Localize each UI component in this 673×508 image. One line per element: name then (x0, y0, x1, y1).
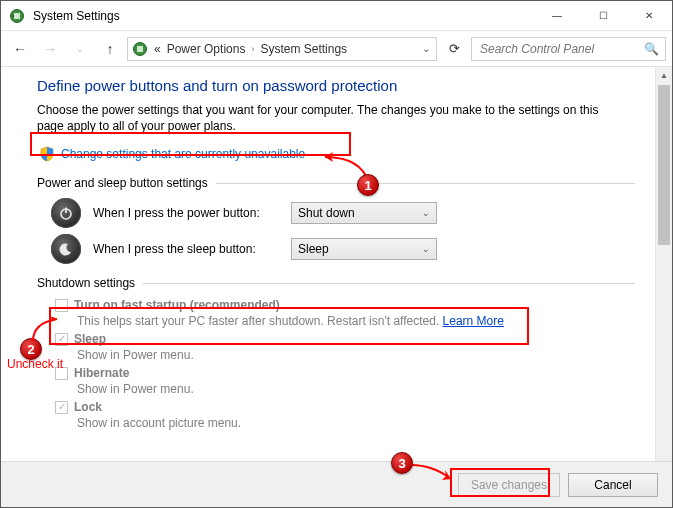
fast-startup-checkbox[interactable] (55, 299, 68, 312)
fast-startup-desc: This helps start your PC faster after sh… (77, 314, 443, 328)
address-bar[interactable]: « Power Options › System Settings ⌄ (127, 37, 437, 61)
shield-icon (39, 146, 55, 162)
sleep-button-label: When I press the sleep button: (93, 242, 279, 256)
hibernate-desc: Show in Power menu. (77, 382, 635, 396)
up-button[interactable]: ↑ (97, 36, 123, 62)
sleep-desc: Show in Power menu. (77, 348, 635, 362)
lock-item: ✓ Lock Show in account picture menu. (55, 400, 635, 430)
nav-row: ← → ⌄ ↑ « Power Options › System Setting… (1, 31, 672, 67)
fast-startup-label: Turn on fast startup (recommended) (74, 298, 280, 312)
fast-startup-item: Turn on fast startup (recommended) This … (55, 298, 635, 328)
back-button[interactable]: ← (7, 36, 33, 62)
refresh-button[interactable]: ⟳ (441, 37, 467, 61)
change-settings-link-row: Change settings that are currently unava… (37, 144, 307, 164)
content-area: Define power buttons and turn on passwor… (1, 67, 655, 507)
sleep-button-row: When I press the sleep button: Sleep ⌄ (51, 234, 635, 264)
sleep-label: Sleep (74, 332, 106, 346)
scroll-up-arrow[interactable]: ▲ (656, 67, 672, 84)
app-icon (9, 8, 25, 24)
footer-bar: Save changes Cancel (1, 461, 672, 507)
lock-checkbox[interactable]: ✓ (55, 401, 68, 414)
forward-button[interactable]: → (37, 36, 63, 62)
vertical-scrollbar[interactable]: ▲ ▼ (655, 67, 672, 507)
svg-rect-3 (137, 46, 143, 52)
shutdown-heading: Shutdown settings (37, 276, 635, 290)
breadcrumb-item-system-settings[interactable]: System Settings (260, 42, 347, 56)
sleep-icon (51, 234, 81, 264)
breadcrumb-item-power-options[interactable]: Power Options (167, 42, 246, 56)
lock-desc: Show in account picture menu. (77, 416, 635, 430)
page-title: Define power buttons and turn on passwor… (37, 77, 635, 94)
chevron-down-icon: ⌄ (422, 244, 430, 254)
page-description: Choose the power settings that you want … (37, 102, 617, 134)
hibernate-item: Hibernate Show in Power menu. (55, 366, 635, 396)
breadcrumb-separator: › (251, 44, 254, 54)
save-changes-button[interactable]: Save changes (458, 473, 560, 497)
search-icon: 🔍 (644, 42, 659, 56)
minimize-button[interactable]: — (534, 1, 580, 31)
scroll-thumb[interactable] (658, 85, 670, 245)
power-button-label: When I press the power button: (93, 206, 279, 220)
search-input[interactable] (478, 41, 638, 57)
change-settings-link[interactable]: Change settings that are currently unava… (61, 147, 305, 161)
learn-more-link[interactable]: Learn More (443, 314, 504, 328)
lock-label: Lock (74, 400, 102, 414)
svg-rect-1 (14, 13, 20, 19)
hibernate-label: Hibernate (74, 366, 129, 380)
power-button-value: Shut down (298, 206, 355, 220)
breadcrumb-item-root[interactable]: « (154, 42, 161, 56)
recent-locations-button[interactable]: ⌄ (67, 36, 93, 62)
sleep-item: ✓ Sleep Show in Power menu. (55, 332, 635, 362)
shutdown-items: Turn on fast startup (recommended) This … (51, 298, 635, 430)
cancel-button[interactable]: Cancel (568, 473, 658, 497)
power-sleep-heading: Power and sleep button settings (37, 176, 635, 190)
sleep-button-combo[interactable]: Sleep ⌄ (291, 238, 437, 260)
address-icon (132, 41, 148, 57)
window-title: System Settings (33, 9, 120, 23)
address-dropdown-button[interactable]: ⌄ (420, 43, 432, 54)
hibernate-checkbox[interactable] (55, 367, 68, 380)
sleep-button-value: Sleep (298, 242, 329, 256)
power-button-row: When I press the power button: Shut down… (51, 198, 635, 228)
power-icon (51, 198, 81, 228)
chevron-down-icon: ⌄ (422, 208, 430, 218)
sleep-checkbox[interactable]: ✓ (55, 333, 68, 346)
close-button[interactable]: ✕ (626, 1, 672, 31)
maximize-button[interactable]: ☐ (580, 1, 626, 31)
title-bar: System Settings — ☐ ✕ (1, 1, 672, 31)
search-box[interactable]: 🔍 (471, 37, 666, 61)
power-button-combo[interactable]: Shut down ⌄ (291, 202, 437, 224)
